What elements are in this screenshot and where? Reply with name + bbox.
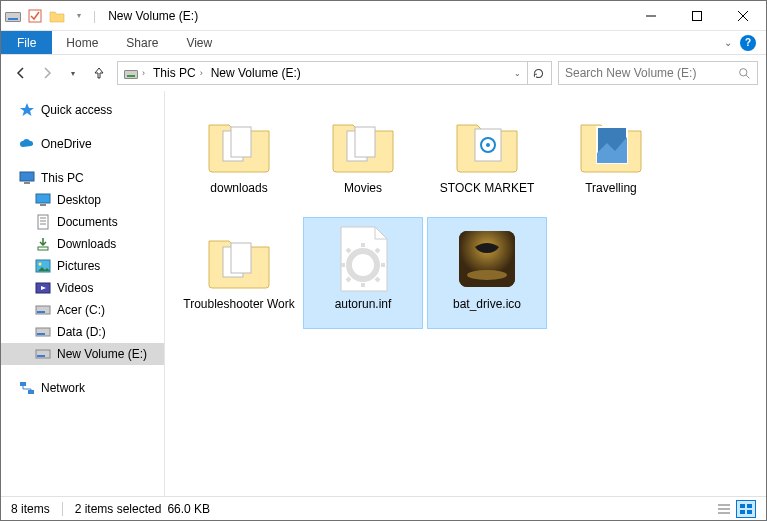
search-icon [738, 67, 751, 80]
file-label: Troubleshooter Work [183, 297, 294, 312]
help-icon[interactable]: ? [740, 35, 756, 51]
svg-rect-8 [24, 182, 30, 184]
sidebar-item-videos[interactable]: Videos [1, 277, 164, 299]
file-item-bat-drive-ico[interactable]: bat_drive.ico [427, 217, 547, 329]
svg-rect-9 [36, 194, 50, 203]
breadcrumb-label: This PC [153, 66, 196, 80]
navigation-bar: ▾ › This PC› New Volume (E:) ⌄ Search Ne… [1, 55, 766, 91]
svg-line-44 [376, 278, 379, 281]
expand-ribbon-icon[interactable]: ⌄ [724, 37, 732, 48]
window-title: New Volume (E:) [100, 9, 628, 23]
address-dropdown-icon[interactable]: ⌄ [510, 69, 525, 78]
folder-icon [203, 107, 275, 179]
folder-icon [575, 107, 647, 179]
file-item-troubleshooter-work[interactable]: Troubleshooter Work [179, 217, 299, 329]
address-root-icon[interactable]: › [120, 67, 149, 79]
sidebar-item-desktop[interactable]: Desktop [1, 189, 164, 211]
back-button[interactable] [9, 61, 33, 85]
svg-rect-56 [747, 510, 752, 514]
file-label: Travelling [585, 181, 637, 196]
documents-icon [35, 214, 51, 230]
sidebar-item-label: New Volume (E:) [57, 347, 147, 361]
view-buttons [714, 500, 756, 518]
file-tab[interactable]: File [1, 31, 52, 54]
downloads-icon [35, 236, 51, 252]
sidebar-item-label: This PC [41, 171, 84, 185]
folder-icon [203, 223, 275, 295]
search-input[interactable]: Search New Volume (E:) [558, 61, 758, 85]
svg-point-17 [39, 263, 42, 266]
file-label: bat_drive.ico [453, 297, 521, 312]
minimize-button[interactable] [628, 1, 674, 31]
svg-rect-25 [20, 382, 26, 386]
search-placeholder: Search New Volume (E:) [565, 66, 738, 80]
network-icon [19, 380, 35, 396]
properties-checkbox-icon[interactable] [27, 8, 43, 24]
sidebar-item-pictures[interactable]: Pictures [1, 255, 164, 277]
file-item-downloads[interactable]: downloads [179, 101, 299, 213]
status-bar: 8 items 2 items selected 66.0 KB [1, 496, 766, 520]
svg-rect-10 [40, 204, 46, 206]
svg-rect-22 [37, 333, 45, 335]
sidebar-item-onedrive[interactable]: OneDrive [1, 133, 164, 155]
recent-locations-dropdown[interactable]: ▾ [61, 61, 85, 85]
file-label: autorun.inf [335, 297, 392, 312]
sidebar-item-acer-c-[interactable]: Acer (C:) [1, 299, 164, 321]
svg-rect-7 [20, 172, 34, 181]
ribbon: File Home Share View ⌄ ? [1, 31, 766, 55]
sidebar-item-label: Data (D:) [57, 325, 106, 339]
up-button[interactable] [87, 61, 111, 85]
svg-point-5 [740, 68, 747, 75]
sidebar-item-network[interactable]: Network [1, 377, 164, 399]
sidebar-item-label: Network [41, 381, 85, 395]
sidebar-item-label: Acer (C:) [57, 303, 105, 317]
svg-rect-20 [37, 311, 45, 313]
file-item-travelling[interactable]: Travelling [551, 101, 671, 213]
videos-icon [35, 280, 51, 296]
sidebar-item-label: Downloads [57, 237, 116, 251]
svg-line-43 [347, 249, 350, 252]
svg-rect-26 [28, 390, 34, 394]
maximize-button[interactable] [674, 1, 720, 31]
drive-icon [35, 324, 51, 340]
tab-view[interactable]: View [172, 31, 226, 54]
sidebar-item-label: Videos [57, 281, 93, 295]
sidebar-item-this-pc[interactable]: This PC [1, 167, 164, 189]
sidebar-item-documents[interactable]: Documents [1, 211, 164, 233]
breadcrumb-label: New Volume (E:) [211, 66, 301, 80]
sidebar-item-label: Desktop [57, 193, 101, 207]
sidebar-item-quick-access[interactable]: Quick access [1, 99, 164, 121]
window-controls [628, 1, 766, 31]
forward-button[interactable] [35, 61, 59, 85]
file-list[interactable]: downloads Movies STOCK MARKET Travelling… [165, 91, 766, 496]
quick-access-toolbar: ▾ | [1, 8, 100, 24]
address-bar[interactable]: › This PC› New Volume (E:) ⌄ [117, 61, 552, 85]
ico-icon [451, 223, 523, 295]
refresh-button[interactable] [527, 62, 549, 84]
sidebar-item-new-volume-e-[interactable]: New Volume (E:) [1, 343, 164, 365]
folder-icon [327, 107, 399, 179]
file-item-stock-market[interactable]: STOCK MARKET [427, 101, 547, 213]
svg-line-6 [746, 75, 749, 78]
sidebar-item-data-d-[interactable]: Data (D:) [1, 321, 164, 343]
tab-share[interactable]: Share [112, 31, 172, 54]
file-item-movies[interactable]: Movies [303, 101, 423, 213]
drive-icon [35, 302, 51, 318]
status-selection-count: 2 items selected [75, 502, 162, 516]
file-label: Movies [344, 181, 382, 196]
file-label: STOCK MARKET [440, 181, 534, 196]
large-icons-view-button[interactable] [736, 500, 756, 518]
breadcrumb-this-pc[interactable]: This PC› [149, 66, 207, 80]
breadcrumb-current[interactable]: New Volume (E:) [207, 66, 305, 80]
status-selection-size: 66.0 KB [167, 502, 210, 516]
new-folder-icon[interactable] [49, 8, 65, 24]
sidebar-item-downloads[interactable]: Downloads [1, 233, 164, 255]
monitor-icon [19, 170, 35, 186]
svg-point-49 [467, 270, 507, 280]
qat-dropdown-icon[interactable]: ▾ [71, 8, 87, 24]
details-view-button[interactable] [714, 500, 734, 518]
close-button[interactable] [720, 1, 766, 31]
sidebar-item-label: Documents [57, 215, 118, 229]
file-item-autorun-inf[interactable]: autorun.inf [303, 217, 423, 329]
tab-home[interactable]: Home [52, 31, 112, 54]
